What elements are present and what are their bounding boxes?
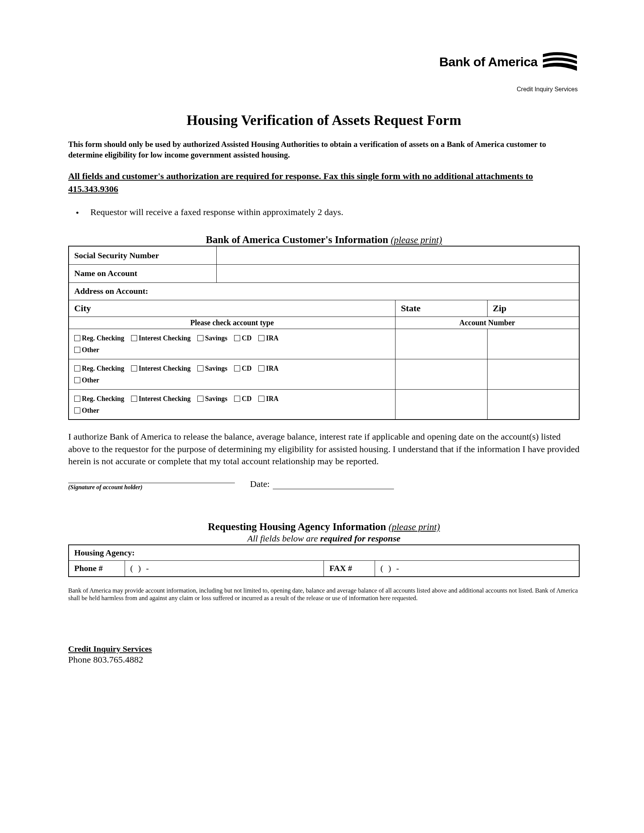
footer-block: Credit Inquiry Services Phone 803.765.48… (68, 644, 580, 665)
housing-agency-label: Housing Agency: (69, 545, 579, 561)
fax-label: FAX # (324, 561, 375, 577)
account-number-3a[interactable] (396, 389, 488, 420)
disclaimer-text: Bank of America may provide account info… (68, 587, 580, 602)
account-type-row-1: Reg. Checking Interest Checking Savings … (69, 329, 396, 359)
checkbox-ira-1[interactable] (258, 335, 264, 341)
agency-table: Housing Agency: Phone # ( ) - FAX # ( ) … (68, 545, 580, 577)
account-number-3b[interactable] (487, 389, 579, 420)
credit-inquiry-label: Credit Inquiry Services (439, 86, 578, 93)
agency-subtitle: All fields below are required for respon… (68, 534, 580, 544)
account-number-2b[interactable] (487, 359, 579, 389)
checkbox-interest-3[interactable] (131, 396, 137, 402)
signature-line[interactable]: (Signature of account holder) (68, 483, 235, 491)
account-number-1a[interactable] (396, 329, 488, 359)
fax-input[interactable]: ( ) - (375, 561, 579, 577)
ssn-label: Social Security Number (69, 246, 217, 264)
address-label: Address on Account: (69, 283, 579, 300)
checkbox-interest-2[interactable] (131, 365, 137, 371)
bullet-text: Requestor will receive a faxed response … (90, 207, 343, 217)
customer-info-table: Social Security Number Name on Account A… (68, 246, 580, 420)
agency-please-print: (please print) (389, 522, 440, 532)
checkbox-savings-2[interactable] (197, 365, 203, 371)
fax-instruction: All fields and customer's authorization … (68, 170, 580, 196)
date-input[interactable] (273, 480, 394, 489)
account-number-1b[interactable] (487, 329, 579, 359)
checkbox-cd-1[interactable] (234, 335, 240, 341)
account-number-2a[interactable] (396, 359, 488, 389)
checkbox-cd-2[interactable] (234, 365, 240, 371)
form-title: Housing Verification of Assets Request F… (68, 112, 580, 129)
bank-flag-icon (542, 51, 578, 72)
intro-text: This form should only be used by authori… (68, 139, 580, 161)
checkbox-reg-1[interactable] (74, 335, 80, 341)
checkbox-reg-2[interactable] (74, 365, 80, 371)
checkbox-ira-3[interactable] (258, 396, 264, 402)
state-label: State (396, 300, 488, 317)
zip-label: Zip (487, 300, 579, 317)
bank-logo-block: Bank of America Credit Inquiry Services (439, 51, 578, 93)
account-number-header: Account Number (396, 317, 579, 329)
name-label: Name on Account (69, 264, 217, 283)
ssn-input[interactable] (217, 246, 579, 264)
authorization-text: I authorize Bank of America to release t… (68, 431, 580, 467)
agency-heading: Requesting Housing Agency Information (208, 521, 386, 532)
name-input[interactable] (217, 264, 579, 283)
signature-row: (Signature of account holder) Date: (68, 479, 580, 491)
phone-input[interactable]: ( ) - (125, 561, 324, 577)
phone-label: Phone # (69, 561, 125, 577)
bank-name: Bank of America (439, 55, 538, 69)
account-type-row-3: Reg. Checking Interest Checking Savings … (69, 389, 396, 420)
date-label: Date: (250, 479, 270, 489)
footer-title: Credit Inquiry Services (68, 644, 580, 654)
footer-phone: Phone 803.765.4882 (68, 654, 580, 665)
checkbox-savings-3[interactable] (197, 396, 203, 402)
bullet-icon: • (76, 207, 79, 219)
checkbox-cd-3[interactable] (234, 396, 240, 402)
account-type-row-2: Reg. Checking Interest Checking Savings … (69, 359, 396, 389)
city-label: City (69, 300, 396, 317)
account-type-header: Please check account type (69, 317, 396, 329)
checkbox-other-1[interactable] (74, 347, 80, 353)
checkbox-interest-1[interactable] (131, 335, 137, 341)
checkbox-reg-3[interactable] (74, 396, 80, 402)
please-print-hint: (please print) (391, 235, 442, 245)
bullet-item: • Requestor will receive a faxed respons… (76, 207, 580, 219)
checkbox-savings-1[interactable] (197, 335, 203, 341)
signature-caption: (Signature of account holder) (68, 484, 142, 490)
checkbox-other-2[interactable] (74, 377, 80, 383)
customer-section-header: Bank of America Customer's Information (… (68, 234, 580, 246)
agency-section-header: Requesting Housing Agency Information (p… (68, 521, 580, 533)
checkbox-ira-2[interactable] (258, 365, 264, 371)
customer-heading: Bank of America Customer's Information (206, 234, 388, 245)
checkbox-other-3[interactable] (74, 407, 80, 413)
